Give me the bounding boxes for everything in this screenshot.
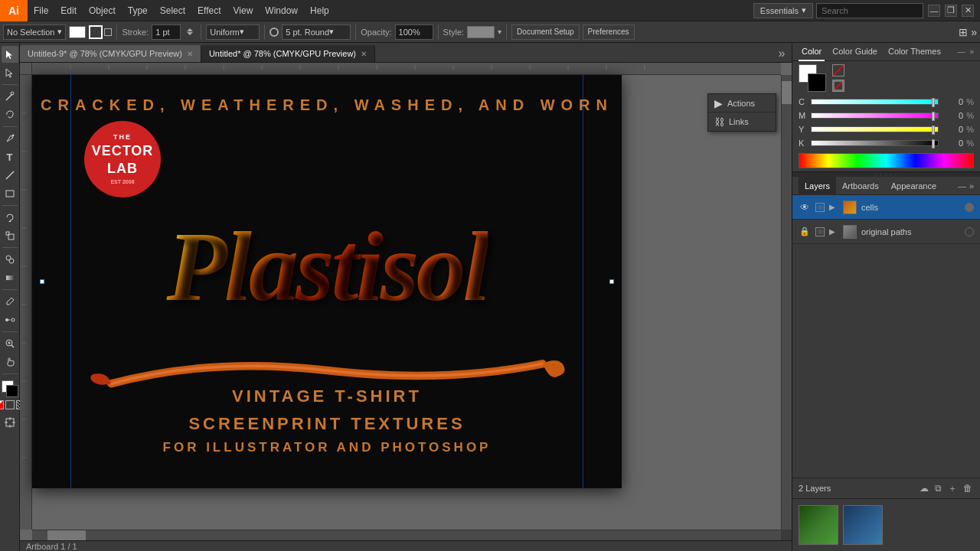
none-fill-icon[interactable] [832,64,844,77]
ruler-left [20,75,32,530]
pen-tool[interactable] [2,130,18,147]
hand-tool[interactable] [2,354,18,370]
expand-panel-icon[interactable]: » [971,26,977,38]
layer-circle-cells[interactable] [965,203,974,212]
arrange-icon[interactable]: ⊞ [959,26,968,38]
zoom-tool[interactable] [2,335,18,352]
document-setup-button[interactable]: Document Setup [511,24,580,40]
selection-mode-select[interactable]: No Selection ▾ [3,24,66,40]
tool-separator-4 [2,247,18,248]
actions-row[interactable]: ▶ Actions [708,94,776,112]
rotate-tool[interactable] [2,209,18,226]
color-panel-minimize[interactable]: — [957,47,965,56]
h-scrollbar[interactable] [32,530,781,540]
line-tool[interactable] [2,167,18,184]
yellow-slider[interactable] [811,126,939,132]
layer-target-cells[interactable]: ◎ [815,203,825,212]
canvas-container[interactable]: CRACKED, WEATHERED, WASHED, AND WORN THE… [20,63,792,540]
menu-type[interactable]: Type [122,0,154,21]
tab-0[interactable]: Untitled-9* @ 78% (CMYK/GPU Preview) ✕ [20,45,201,62]
blend-tool[interactable] [2,311,18,328]
big-thumb-2[interactable] [843,505,883,545]
lasso-tool[interactable] [2,106,18,123]
fill-swatch[interactable] [69,26,86,38]
magenta-slider[interactable] [811,112,939,119]
fill-stroke-indicator[interactable] [2,380,18,397]
round-cap-select[interactable]: 5 pt. Round▾ [282,24,351,40]
color-panel-expand[interactable]: » [969,47,974,56]
stroke-weight-input[interactable]: 1 pt [152,24,181,40]
color-tab[interactable]: Color [799,43,825,61]
menu-window[interactable]: Window [259,0,304,21]
layer-visibility-cells[interactable]: 👁 [799,201,811,214]
tab-1[interactable]: Untitled* @ 78% (CMYK/GPU Preview) ✕ [201,45,375,62]
ruler-top [32,63,781,75]
restore-button[interactable]: ❐ [945,5,957,17]
links-row[interactable]: ⛓ Links [708,112,776,131]
layers-minimize-btn[interactable]: — [958,181,966,191]
type-tool[interactable]: T [2,148,18,165]
stroke-spin-icon[interactable] [184,26,196,38]
layer-expand-original[interactable]: ▶ [829,227,838,236]
uniform-select[interactable]: Uniform▾ [206,24,260,40]
shape-builder-tool[interactable] [2,251,18,268]
close-button[interactable]: ✕ [962,5,974,17]
color-spectrum-bar[interactable] [799,153,974,168]
direct-selection-tool[interactable] [2,64,18,81]
layer-row-original-paths[interactable]: 🔒 ◎ ▶ original paths [792,220,980,244]
artboard-tool[interactable] [2,414,18,431]
color-mode-icon[interactable] [0,400,4,409]
gradient-tool[interactable] [2,269,18,286]
layers-expand-btn[interactable]: » [969,181,974,191]
artboards-tab[interactable]: Artboards [836,177,885,195]
opacity-input[interactable]: 100% [395,24,433,40]
layer-row-cells[interactable]: 👁 ◎ ▶ cells [792,195,980,220]
layer-state-btn[interactable]: ☁ [918,481,930,495]
h-scrollbar-thumb[interactable] [47,530,86,540]
scale-tool[interactable] [2,227,18,244]
cyan-slider[interactable] [811,99,939,105]
black-slider[interactable] [811,140,939,146]
selection-tool[interactable] [2,46,18,63]
menu-view[interactable]: View [227,0,260,21]
tab-1-close[interactable]: ✕ [361,50,367,58]
selection-handle-left[interactable] [40,279,44,284]
selection-handle-right[interactable] [609,279,614,284]
new-layer-btn[interactable]: ＋ [946,481,959,497]
color-panel-header: Color Color Guide Color Themes — » [792,43,980,61]
stroke-color-swatch[interactable] [808,73,826,92]
tabs-expand-button[interactable]: » [772,45,792,62]
layers-tab[interactable]: Layers [799,177,836,195]
minimize-button[interactable]: — [928,5,940,17]
make-clipping-btn[interactable]: ⧉ [933,481,943,495]
menu-edit[interactable]: Edit [54,0,83,21]
menu-effect[interactable]: Effect [191,0,227,21]
none-stroke-icon[interactable] [832,80,844,92]
rectangle-tool[interactable] [2,185,18,202]
color-themes-tab[interactable]: Color Themes [885,43,944,61]
style-swatch[interactable] [467,26,495,38]
layer-visibility-original[interactable]: 🔒 [799,226,811,238]
layer-target-original[interactable]: ◎ [815,227,825,236]
menu-select[interactable]: Select [154,0,191,21]
layer-circle-original[interactable] [965,227,974,236]
v-scrollbar-thumb[interactable] [782,81,792,104]
v-scrollbar[interactable] [781,75,792,530]
menu-object[interactable]: Object [83,0,122,21]
menu-file[interactable]: File [28,0,54,21]
essentials-button[interactable]: Essentials ▾ [753,3,813,18]
magenta-value: 0 [942,111,963,120]
layer-expand-cells[interactable]: ▶ [829,203,838,211]
delete-layer-btn[interactable]: 🗑 [962,481,974,495]
color-guide-tab[interactable]: Color Guide [829,43,880,61]
magic-wand-tool[interactable] [2,88,18,105]
tab-0-close[interactable]: ✕ [187,50,193,58]
style-dropdown-icon[interactable]: ▾ [498,28,501,36]
search-input[interactable] [816,3,923,18]
eyedropper-tool[interactable] [2,293,18,310]
big-thumb-1[interactable] [799,505,838,545]
preferences-button[interactable]: Preferences [583,24,635,40]
menu-help[interactable]: Help [304,0,335,21]
gradient-mode-icon[interactable] [5,400,15,409]
appearance-tab[interactable]: Appearance [885,177,942,195]
